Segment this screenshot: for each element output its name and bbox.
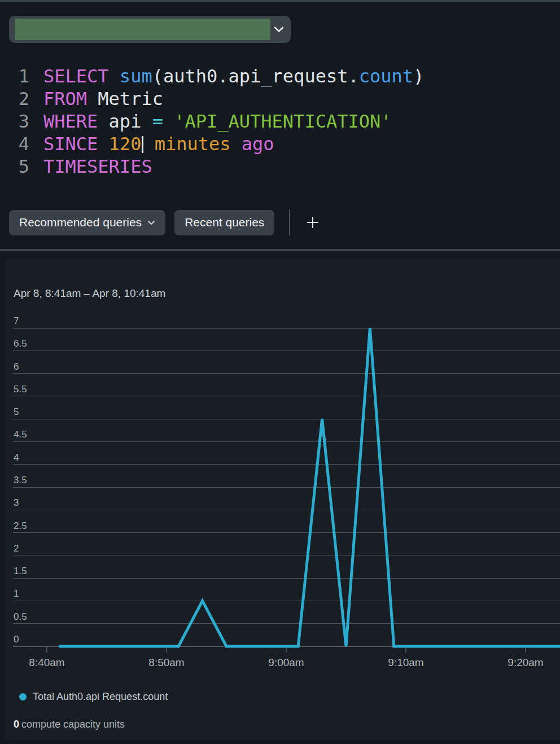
legend-item[interactable]: Total Auth0.api Request.count	[19, 691, 168, 703]
y-axis-label: 1.5	[14, 566, 27, 577]
line-number: 5	[0, 155, 29, 178]
code-line[interactable]: 3WHERE api = 'API_AUTHENTICATION'	[0, 110, 560, 133]
y-axis-label: 2.5	[14, 520, 27, 532]
line-number: 1	[0, 65, 29, 87]
token-plain: api	[98, 111, 152, 132]
code-text: SELECT sum(auth0.api_request.count)	[43, 65, 424, 87]
token-plain	[109, 65, 120, 87]
token-plain: Metric	[87, 88, 163, 110]
y-axis-label: 6	[14, 361, 19, 373]
recent-queries-button[interactable]: Recent queries	[174, 210, 274, 235]
plus-icon	[305, 215, 320, 230]
recommended-queries-label: Recommended queries	[19, 216, 142, 229]
y-axis-label: 4.5	[14, 429, 27, 440]
code-line[interactable]: 5TIMESERIES	[0, 155, 560, 178]
token-plain: )	[413, 65, 424, 87]
y-axis-label: 3.5	[14, 475, 27, 486]
token-keyword: WHERE	[43, 111, 98, 132]
x-axis-label: 8:40am	[29, 657, 64, 669]
line-number: 3	[0, 110, 29, 133]
token-string: 'API_AUTHENTICATION'	[174, 111, 391, 132]
token-keyword: SINCE	[43, 133, 98, 155]
code-text: SINCE 120 minutes ago	[43, 133, 274, 155]
y-axis-label: 1	[14, 588, 19, 599]
token-keyword: ago	[242, 133, 274, 155]
chevron-down-icon	[274, 27, 284, 33]
code-line[interactable]: 2FROM Metric	[0, 87, 560, 110]
token-function: sum	[120, 65, 152, 87]
x-axis-label: 8:50am	[148, 657, 184, 669]
compute-capacity-label: compute capacity units	[21, 719, 125, 730]
token-plain	[98, 133, 108, 155]
token-plain	[163, 111, 174, 132]
code-line[interactable]: 4SINCE 120 minutes ago	[0, 133, 560, 155]
y-axis-label: 5	[14, 406, 19, 418]
code-text: FROM Metric	[43, 87, 163, 110]
account-dropdown[interactable]	[9, 16, 291, 43]
line-number: 2	[0, 87, 29, 110]
recommended-queries-button[interactable]: Recommended queries	[9, 210, 165, 235]
account-dropdown-selection	[15, 19, 270, 40]
y-axis-label: 5.5	[14, 384, 27, 395]
legend-label: Total Auth0.api Request.count	[33, 691, 168, 703]
y-axis-label: 3	[14, 497, 19, 509]
chart-panel: Apr 8, 8:41am – Apr 8, 10:41am 00.511.52…	[5, 259, 560, 740]
y-axis-label: 6.5	[14, 338, 27, 349]
token-number: minutes	[155, 133, 231, 155]
token-keyword: FROM	[43, 88, 87, 110]
token-function: count	[359, 65, 413, 87]
y-axis-label: 0	[14, 634, 19, 645]
toolbar-divider	[289, 209, 290, 235]
add-query-button[interactable]	[300, 210, 325, 235]
token-plain: auth0.api_request.	[163, 65, 359, 87]
y-axis-label: 0.5	[14, 611, 27, 623]
token-plain: (	[152, 65, 163, 87]
token-plain	[143, 133, 154, 155]
token-plain	[231, 133, 242, 155]
query-editor[interactable]: 1SELECT sum(auth0.api_request.count)2FRO…	[0, 65, 560, 178]
query-toolbar: Recommended queries Recent queries	[9, 209, 325, 235]
code-line[interactable]: 1SELECT sum(auth0.api_request.count)	[0, 65, 560, 87]
token-keyword: SELECT	[43, 65, 109, 87]
y-axis-label: 4	[14, 452, 19, 463]
y-axis-label: 2	[14, 543, 19, 554]
token-number: 120	[109, 133, 142, 155]
compute-capacity-status: 0compute capacity units	[14, 718, 125, 730]
x-axis-label: 9:00am	[268, 657, 304, 669]
x-axis-label: 9:10am	[388, 657, 423, 669]
compute-capacity-value: 0	[14, 719, 19, 730]
y-axis-label: 7	[14, 316, 19, 327]
token-operator: =	[152, 111, 163, 132]
code-text: WHERE api = 'API_AUTHENTICATION'	[43, 110, 392, 133]
legend-dot-icon	[19, 693, 27, 701]
line-number: 4	[0, 133, 29, 155]
code-text: TIMESERIES	[43, 155, 152, 178]
section-divider	[0, 249, 560, 251]
recent-queries-label: Recent queries	[185, 216, 264, 229]
chevron-down-icon	[147, 220, 155, 225]
token-keyword: TIMESERIES	[43, 156, 152, 177]
x-axis-label: 9:20am	[508, 657, 543, 669]
